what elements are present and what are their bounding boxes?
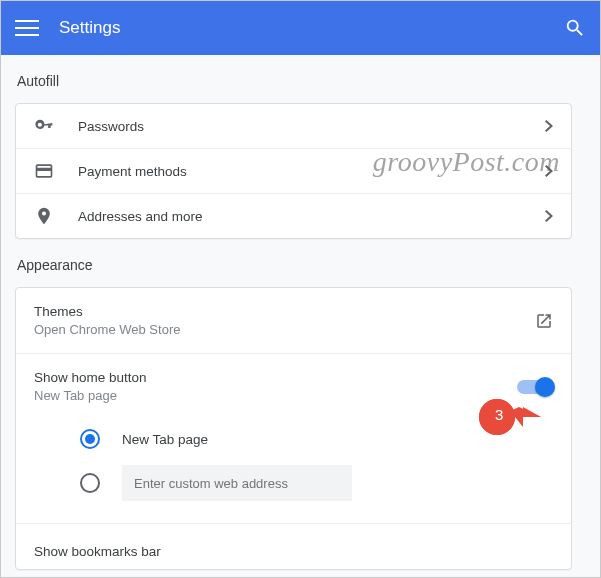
app-header: Settings — [1, 1, 600, 55]
passwords-label: Passwords — [78, 119, 545, 134]
chevron-right-icon — [545, 165, 553, 177]
addresses-label: Addresses and more — [78, 209, 545, 224]
show-home-button-row: Show home button New Tab page — [16, 354, 571, 409]
show-home-button-toggle[interactable] — [517, 378, 553, 396]
page-title: Settings — [59, 18, 564, 38]
section-title-autofill: Autofill — [15, 55, 572, 103]
payment-methods-label: Payment methods — [78, 164, 545, 179]
hamburger-menu-icon[interactable] — [15, 16, 39, 40]
custom-address-input[interactable] — [122, 465, 352, 501]
show-home-button-sub: New Tab page — [34, 388, 517, 403]
radio-new-tab-page-label: New Tab page — [122, 432, 208, 447]
passwords-row[interactable]: Passwords — [16, 104, 571, 148]
settings-scroll-area[interactable]: Autofill Passwords Payment methods Addre… — [1, 55, 600, 577]
themes-title: Themes — [34, 304, 535, 319]
radio-new-tab-page[interactable] — [80, 429, 100, 449]
payment-methods-row[interactable]: Payment methods — [16, 148, 571, 193]
radio-custom-address[interactable] — [80, 473, 100, 493]
show-home-button-title: Show home button — [34, 370, 517, 385]
autofill-card: Passwords Payment methods Addresses and … — [15, 103, 572, 239]
themes-sub: Open Chrome Web Store — [34, 322, 535, 337]
chevron-right-icon — [545, 120, 553, 132]
key-icon — [34, 116, 54, 136]
show-bookmarks-bar-row[interactable]: Show bookmarks bar — [16, 523, 571, 569]
section-title-appearance: Appearance — [15, 239, 572, 287]
location-pin-icon — [34, 206, 54, 226]
themes-row[interactable]: Themes Open Chrome Web Store — [16, 288, 571, 354]
home-button-radio-group: New Tab page — [16, 409, 571, 523]
open-external-icon[interactable] — [535, 312, 553, 330]
appearance-card: Themes Open Chrome Web Store Show home b… — [15, 287, 572, 570]
credit-card-icon — [34, 161, 54, 181]
addresses-row[interactable]: Addresses and more — [16, 193, 571, 238]
chevron-right-icon — [545, 210, 553, 222]
search-icon[interactable] — [564, 17, 586, 39]
